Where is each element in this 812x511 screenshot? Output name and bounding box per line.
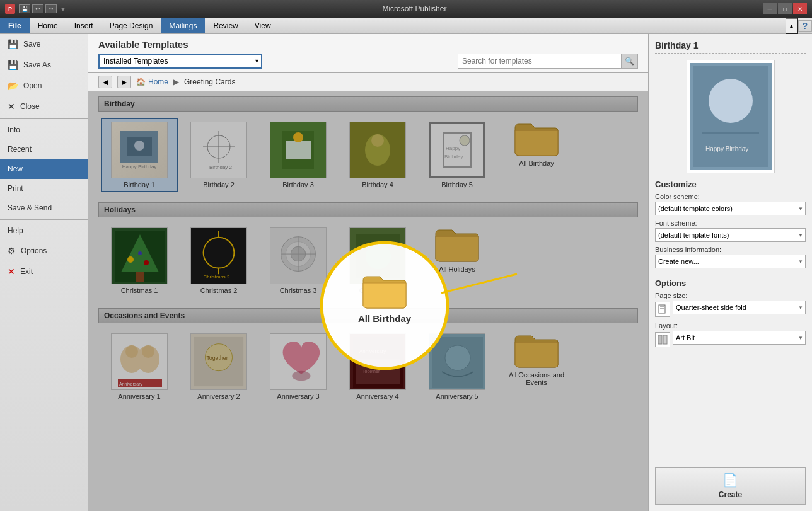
business-info-select[interactable]: Create new... (655, 255, 806, 268)
color-scheme-select[interactable]: (default template colors) (655, 202, 806, 215)
template-item-bday4[interactable]: Birthday 4 (339, 118, 416, 192)
template-item-anniv2[interactable]: Together Anniversary 2 (180, 330, 257, 404)
close-icon: ✕ (8, 101, 15, 112)
sidebar-item-help[interactable]: Help (0, 221, 88, 241)
template-label-bday4: Birthday 4 (362, 181, 393, 188)
holidays-grid: Christmas 1 (98, 221, 638, 301)
svg-text:Birthday 2: Birthday 2 (209, 164, 233, 170)
page-size-select-wrap[interactable]: Quarter-sheet side fold (673, 301, 806, 314)
folder-item-all-holidays[interactable]: All Holidays (419, 224, 496, 298)
help-icon[interactable]: ? (798, 20, 812, 32)
template-label-anniv5: Anniversary 5 (436, 393, 478, 400)
page-size-row: Quarter-sheet side fold (655, 301, 806, 318)
svg-rect-75 (658, 335, 662, 344)
svg-text:Together: Together (206, 355, 228, 361)
menu-file[interactable]: File (0, 18, 30, 33)
open-icon: 📂 (8, 81, 18, 91)
folder-item-all-birthday[interactable]: All Birthday (498, 118, 575, 192)
template-item-xmas4[interactable]: Christmas 4 (339, 224, 416, 298)
scroll-content[interactable]: Birthday (88, 91, 648, 511)
svg-text:Anniversary: Anniversary (119, 382, 142, 387)
layout-label: Layout: (655, 322, 806, 330)
svg-point-26 (138, 251, 142, 255)
sidebar-item-close[interactable]: ✕ Close (0, 96, 88, 117)
color-scheme-wrap[interactable]: (default template colors) (655, 202, 806, 215)
layout-select-wrap[interactable]: Art Bit (673, 331, 806, 345)
template-item-anniv1[interactable]: Anniversary Anniversary 1 (101, 330, 178, 404)
nav-forward-btn[interactable]: ▶ (117, 76, 131, 88)
sidebar-item-save-as[interactable]: 💾 Save As (0, 55, 88, 76)
sidebar-item-save[interactable]: 💾 Save (0, 34, 88, 55)
svg-rect-70 (702, 132, 759, 134)
nav-home-link[interactable]: 🏠 Home (136, 78, 168, 86)
svg-text:Christmas 2: Christmas 2 (204, 274, 230, 280)
maximize-btn[interactable]: □ (778, 3, 792, 14)
template-label-anniv3: Anniversary 3 (277, 393, 319, 400)
create-button[interactable]: 📄 Create (655, 467, 806, 505)
save-icon: 💾 (8, 39, 18, 49)
quick-access[interactable]: 💾 ↩ ↪ ▼ (19, 4, 66, 13)
search-input[interactable] (458, 54, 622, 69)
search-button[interactable]: 🔍 (622, 54, 638, 69)
app-icon: P (5, 4, 15, 14)
quick-redo-btn[interactable]: ↪ (45, 4, 57, 13)
template-item-bday1[interactable]: Happy Birthday Birthday 1 (101, 118, 178, 192)
template-item-xmas2[interactable]: Christmas 2 Christmas 2 (180, 224, 257, 298)
menu-insert[interactable]: Insert (66, 18, 102, 33)
svg-point-14 (371, 134, 384, 147)
sidebar-item-recent[interactable]: Recent (0, 140, 88, 159)
templates-toolbar: Installed Templates My Templates Online … (98, 54, 638, 69)
template-item-bday2[interactable]: Birthday 2 Birthday 2 (180, 118, 257, 192)
right-panel: Birthday 1 Happy Birthday Customize Colo… (648, 34, 812, 511)
template-item-xmas1[interactable]: Christmas 1 (101, 224, 178, 298)
svg-point-44 (125, 345, 138, 358)
minimize-btn[interactable]: ─ (763, 3, 777, 14)
layout-select[interactable]: Art Bit (673, 331, 806, 345)
menu-page-design[interactable]: Page Design (102, 18, 161, 33)
template-thumb-bday3 (270, 122, 327, 178)
font-scheme-wrap[interactable]: (default template fonts) (655, 228, 806, 242)
template-dropdown-wrap[interactable]: Installed Templates My Templates Online … (98, 54, 262, 69)
template-item-anniv4[interactable]: Anniversary Together Anniversary 4 (339, 330, 416, 404)
template-item-anniv3[interactable]: Anniversary 3 (260, 330, 337, 404)
menu-review[interactable]: Review (205, 18, 246, 33)
menu-mailings[interactable]: Mailings (161, 18, 205, 33)
template-item-bday3[interactable]: Birthday 3 (260, 118, 337, 192)
menu-collapse-btn[interactable]: ▲ (786, 18, 798, 34)
template-source-dropdown[interactable]: Installed Templates My Templates Online … (98, 54, 262, 69)
window-title: Microsoft Publisher (382, 4, 446, 13)
font-scheme-select[interactable]: (default template fonts) (655, 228, 806, 242)
folder-item-all-occasions[interactable]: All Occasions and Events (498, 330, 575, 404)
template-thumb-anniv3 (270, 333, 327, 390)
nav-back-btn[interactable]: ◀ (98, 76, 112, 88)
page-size-select[interactable]: Quarter-sheet side fold (673, 301, 806, 314)
template-label-bday3: Birthday 3 (282, 181, 314, 188)
business-info-label: Business information: (655, 246, 806, 253)
layout-icon (655, 332, 670, 347)
menu-view[interactable]: View (246, 18, 279, 33)
sidebar-item-options[interactable]: ⚙ Options (0, 241, 88, 261)
sidebar-item-open[interactable]: 📂 Open (0, 76, 88, 96)
font-scheme-label: Font scheme: (655, 219, 806, 227)
sidebar-item-save-send[interactable]: Save & Send (0, 198, 88, 218)
quick-undo-btn[interactable]: ↩ (32, 4, 44, 13)
layout-row: Art Bit (655, 331, 806, 348)
quick-save-btn[interactable]: 💾 (19, 4, 30, 13)
nav-separator: ▶ (173, 78, 179, 86)
birthday-section: Birthday (98, 96, 638, 195)
window-controls[interactable]: ─ □ ✕ (763, 3, 807, 14)
sidebar-item-exit[interactable]: ✕ Exit (0, 261, 88, 282)
template-item-anniv5[interactable]: Anniversary 5 (419, 330, 496, 404)
template-item-bday5[interactable]: Happy Birthday Birthday 5 (419, 118, 496, 192)
menu-home[interactable]: Home (30, 18, 66, 33)
sidebar-item-new[interactable]: New (0, 159, 88, 179)
template-thumb-anniv1: Anniversary (111, 333, 168, 390)
options-title: Options (655, 278, 806, 288)
template-item-xmas3[interactable]: Christmas 3 (260, 224, 337, 298)
close-btn[interactable]: ✕ (793, 3, 807, 14)
sidebar-item-info[interactable]: Info (0, 120, 88, 140)
create-icon: 📄 (722, 473, 738, 488)
business-info-wrap[interactable]: Create new... (655, 255, 806, 268)
sidebar-item-print[interactable]: Print (0, 179, 88, 198)
title-bar-left: P 💾 ↩ ↪ ▼ (5, 4, 66, 14)
